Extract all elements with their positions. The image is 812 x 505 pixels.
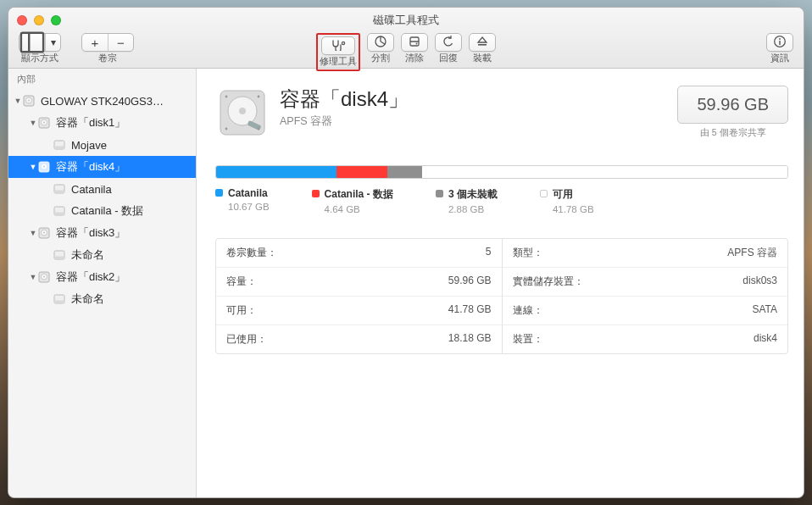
- chevron-down-icon[interactable]: ▾: [45, 34, 60, 51]
- disk-utility-window: 磁碟工具程式 ▾ 顯示方式 + − 卷宗: [8, 7, 804, 498]
- view-mode-segment[interactable]: ▾: [19, 33, 61, 52]
- erase-icon: [408, 35, 421, 51]
- info-value: 59.96 GB: [448, 275, 492, 289]
- info-value: 41.78 GB: [448, 303, 492, 318]
- info-key: 卷宗數量：: [226, 246, 277, 260]
- erase-label: 清除: [405, 53, 424, 64]
- svg-point-2: [342, 42, 344, 44]
- disclosure-triangle[interactable]: ▼: [29, 119, 37, 127]
- volume-icon: [53, 248, 66, 262]
- sidebar-item-label: GLOWAY STK240GS3…: [41, 95, 164, 108]
- sidebar-item[interactable]: ▼容器「disk2」: [8, 266, 196, 288]
- volume-icon: [53, 292, 66, 306]
- info-label: 資訊: [770, 53, 789, 64]
- sidebar-item[interactable]: ▼容器「disk1」: [8, 112, 196, 134]
- minus-icon[interactable]: −: [108, 34, 133, 51]
- usage-segment: [336, 166, 388, 178]
- hdd-icon: [37, 160, 51, 174]
- usage-legend: Catanila10.67 GBCatanila - 数据4.64 GB3 個未…: [215, 187, 788, 214]
- sidebar-item[interactable]: Catanila - 数据: [8, 200, 196, 222]
- info-row: 卷宗數量：5: [216, 239, 502, 267]
- svg-rect-23: [54, 191, 64, 194]
- stethoscope-icon: [331, 39, 346, 53]
- legend-name: Catanila - 数据: [325, 188, 393, 200]
- volume-icon: [53, 138, 66, 152]
- first-aid-button[interactable]: [321, 36, 355, 55]
- capacity-box: 59.96 GB: [677, 86, 788, 124]
- legend-swatch: [540, 190, 548, 197]
- mount-button[interactable]: [469, 33, 496, 52]
- info-value: 18.18 GB: [448, 332, 492, 347]
- toolbar: ▾ 顯示方式 + − 卷宗 修理工具: [8, 31, 804, 69]
- svg-rect-18: [54, 147, 64, 150]
- mount-label: 裝載: [473, 53, 492, 64]
- svg-rect-35: [54, 301, 64, 304]
- disclosure-triangle[interactable]: ▼: [29, 163, 37, 171]
- svg-point-13: [28, 100, 30, 102]
- sidebar-item[interactable]: Catanila: [8, 178, 196, 200]
- partition-button[interactable]: [367, 33, 394, 52]
- info-row: 可用：41.78 GB: [216, 296, 502, 325]
- erase-button[interactable]: [401, 33, 428, 52]
- view-label: 顯示方式: [21, 53, 58, 64]
- pie-icon: [374, 35, 387, 51]
- svg-rect-7: [478, 44, 487, 46]
- sidebar-item[interactable]: ▼容器「disk3」: [8, 222, 196, 244]
- sidebar-item-label: 容器「disk4」: [56, 159, 125, 175]
- eject-icon: [476, 36, 488, 50]
- info-value: SATA: [752, 303, 777, 318]
- info-key: 已使用：: [226, 332, 267, 347]
- sidebar-item-label: Mojave: [71, 139, 107, 152]
- volume-segment[interactable]: + −: [81, 33, 134, 52]
- sidebar-item-label: 未命名: [71, 247, 104, 263]
- hdd-icon: [22, 94, 36, 108]
- sidebar-item[interactable]: 未命名: [8, 244, 196, 266]
- info-key: 類型：: [513, 246, 543, 260]
- svg-point-41: [258, 96, 260, 98]
- legend-name: 可用: [553, 188, 573, 200]
- usage-segment: [216, 166, 336, 178]
- info-table: 卷宗數量：5容量：59.96 GB可用：41.78 GB已使用：18.18 GB…: [215, 238, 788, 354]
- legend-name: 3 個未裝載: [448, 188, 498, 200]
- info-value: 5: [486, 246, 492, 260]
- info-key: 可用：: [226, 303, 257, 318]
- svg-point-6: [416, 42, 418, 44]
- legend-value: 2.88 GB: [448, 204, 498, 214]
- svg-point-21: [43, 166, 45, 168]
- info-row: 連線：SATA: [503, 296, 788, 325]
- sidebar-layout-icon[interactable]: [19, 34, 45, 51]
- svg-rect-10: [779, 41, 780, 45]
- partition-label: 分割: [371, 53, 390, 64]
- restore-button[interactable]: [435, 33, 462, 52]
- svg-rect-0: [21, 33, 43, 53]
- hdd-icon: [37, 270, 51, 284]
- svg-point-28: [43, 232, 45, 234]
- svg-rect-30: [54, 257, 64, 260]
- info-key: 容量：: [226, 275, 257, 289]
- legend-item: 可用41.78 GB: [540, 187, 594, 214]
- sidebar-item[interactable]: ▼容器「disk4」: [8, 156, 196, 178]
- sidebar: 內部 ▼GLOWAY STK240GS3…▼容器「disk1」Mojave▼容器…: [8, 69, 197, 497]
- sidebar-item-label: 容器「disk1」: [56, 115, 125, 130]
- sidebar-item[interactable]: Mojave: [8, 134, 196, 156]
- sidebar-item[interactable]: 未命名: [8, 288, 196, 310]
- content-pane: 容器「disk4」 APFS 容器 59.96 GB 由 5 個卷宗共享 Cat…: [197, 69, 804, 497]
- info-row: 已使用：18.18 GB: [216, 325, 502, 353]
- disclosure-triangle[interactable]: ▼: [14, 97, 22, 105]
- disclosure-triangle[interactable]: ▼: [29, 273, 37, 281]
- legend-value: 4.64 GB: [325, 204, 393, 214]
- info-button[interactable]: [766, 33, 793, 52]
- legend-swatch: [215, 189, 223, 197]
- undo-icon: [442, 35, 455, 51]
- volume-icon: [53, 182, 66, 196]
- capacity-subtext: 由 5 個卷宗共享: [677, 127, 788, 139]
- plus-icon[interactable]: +: [82, 34, 108, 51]
- sidebar-section-header: 內部: [8, 69, 196, 90]
- restore-label: 回復: [439, 53, 458, 64]
- disclosure-triangle[interactable]: ▼: [29, 229, 37, 237]
- sidebar-item[interactable]: ▼GLOWAY STK240GS3…: [8, 90, 196, 112]
- volume-label: 卷宗: [98, 53, 117, 64]
- svg-point-9: [779, 38, 781, 40]
- svg-point-38: [239, 108, 246, 114]
- info-key: 裝置：: [513, 332, 543, 347]
